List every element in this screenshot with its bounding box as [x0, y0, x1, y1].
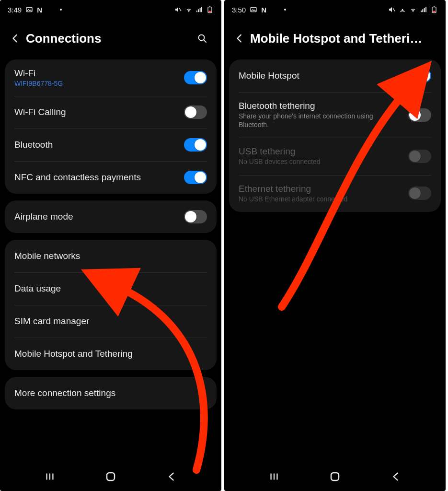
status-icons-right [174, 6, 214, 13]
svg-line-8 [204, 40, 206, 42]
wifi-row[interactable]: Wi-Fi WIFI9B6778-5G [5, 59, 217, 96]
status-bar: 3:50 N [224, 0, 446, 17]
signal-icon [420, 6, 427, 13]
mobile-hotspot-toggle[interactable] [408, 69, 431, 82]
wifi-network: WIFI9B6778-5G [14, 80, 63, 87]
bt-tethering-toggle[interactable] [408, 108, 431, 122]
airplane-toggle[interactable] [184, 210, 207, 223]
status-time: 3:49 [8, 6, 22, 14]
mobile-networks-label: Mobile networks [14, 251, 80, 261]
airplane-row[interactable]: Airplane mode [5, 200, 217, 233]
tethering-group: Mobile Hotspot Bluetooth tethering Share… [229, 59, 441, 212]
usb-tethering-toggle [408, 150, 431, 163]
svg-rect-19 [434, 6, 435, 7]
check-icon [48, 6, 56, 13]
home-button[interactable] [101, 467, 120, 486]
svg-rect-5 [209, 6, 211, 7]
phone-left: 3:49 N Connections Wi-Fi WIFI9B6778-5G [0, 0, 221, 491]
eth-tethering-row: Ethernet tethering No USB Ethernet adapt… [229, 175, 441, 212]
data-usage-label: Data usage [14, 283, 61, 294]
back-nav-button[interactable] [162, 467, 181, 486]
connections-group-3: Mobile networks Data usage SIM card mana… [5, 240, 217, 370]
wifi-icon [185, 6, 193, 13]
nfc-label: NFC and contactless payments [14, 172, 141, 183]
home-icon [105, 471, 116, 482]
chevron-left-icon [10, 33, 21, 44]
wifi-toggle[interactable] [184, 71, 207, 84]
more-settings-row[interactable]: More connection settings [5, 377, 217, 409]
svg-point-17 [402, 9, 403, 11]
back-button[interactable] [5, 28, 26, 49]
back-button[interactable] [229, 28, 250, 49]
nfc-row[interactable]: NFC and contactless payments [5, 161, 217, 194]
nav-bar [224, 465, 446, 491]
recents-icon [45, 471, 55, 482]
hotspot-tethering-label: Mobile Hotspot and Tethering [14, 349, 133, 359]
image-icon [25, 6, 33, 13]
airplane-label: Airplane mode [14, 211, 73, 222]
eth-tethering-label: Ethernet tethering [239, 184, 347, 194]
connections-group-1: Wi-Fi WIFI9B6778-5G Wi-Fi Calling Blueto… [5, 59, 217, 194]
eth-tethering-sub: No USB Ethernet adapter connected [239, 195, 347, 204]
more-dot-icon [60, 9, 62, 11]
svg-rect-12 [107, 473, 115, 480]
wifi-icon [409, 6, 417, 13]
wifi-calling-label: Wi-Fi Calling [14, 107, 66, 117]
eth-tethering-toggle [408, 187, 431, 200]
bluetooth-toggle[interactable] [184, 138, 207, 152]
nav-bar [0, 465, 221, 491]
connections-group-2: Airplane mode [5, 200, 217, 233]
hotspot-tethering-row[interactable]: Mobile Hotspot and Tethering [5, 338, 217, 370]
svg-rect-6 [208, 11, 211, 12]
svg-rect-20 [433, 11, 435, 12]
search-icon [196, 33, 208, 44]
sim-manager-label: SIM card manager [14, 316, 89, 327]
mute-icon [174, 6, 182, 13]
usb-tethering-label: USB tethering [239, 146, 320, 157]
wifi-calling-toggle[interactable] [184, 105, 207, 119]
chevron-left-icon [234, 33, 245, 44]
recents-icon [269, 471, 279, 482]
bt-tethering-row[interactable]: Bluetooth tethering Share your phone's i… [229, 92, 441, 138]
status-icons-right [388, 6, 438, 13]
nav-back-icon [391, 471, 401, 482]
netflix-icon: N [261, 6, 269, 13]
status-bar: 3:49 N [0, 0, 221, 17]
connections-group-4: More connection settings [5, 377, 217, 409]
mobile-hotspot-row[interactable]: Mobile Hotspot [229, 59, 441, 92]
back-nav-button[interactable] [386, 467, 405, 486]
svg-rect-24 [331, 473, 339, 480]
recents-button[interactable] [264, 467, 284, 486]
wifi-calling-row[interactable]: Wi-Fi Calling [5, 96, 217, 129]
hotspot-icon [399, 6, 406, 13]
more-dot-icon [284, 9, 286, 11]
usb-tethering-sub: No USB devices connected [239, 158, 320, 166]
page-title: Mobile Hotspot and Tetheri… [250, 31, 437, 46]
mobile-hotspot-label: Mobile Hotspot [239, 70, 299, 81]
usb-tethering-row: USB tethering No USB devices connected [229, 138, 441, 175]
check-icon [273, 6, 280, 13]
bluetooth-row[interactable]: Bluetooth [5, 129, 217, 161]
nav-back-icon [166, 471, 177, 482]
mute-icon [388, 6, 396, 13]
page-header: Connections [0, 17, 221, 59]
home-icon [329, 471, 341, 482]
page-header: Mobile Hotspot and Tetheri… [224, 17, 446, 59]
svg-line-3 [179, 8, 181, 12]
recents-button[interactable] [40, 467, 59, 486]
bt-tethering-label: Bluetooth tethering [239, 101, 402, 111]
page-title: Connections [26, 31, 192, 46]
wifi-label: Wi-Fi [14, 68, 63, 79]
bt-tethering-sub: Share your phone's internet connection u… [239, 112, 402, 129]
sim-manager-row[interactable]: SIM card manager [5, 305, 217, 338]
status-time: 3:50 [232, 6, 246, 14]
home-button[interactable] [325, 467, 345, 486]
more-settings-label: More connection settings [14, 388, 115, 398]
mobile-networks-row[interactable]: Mobile networks [5, 240, 217, 272]
image-icon [250, 6, 257, 13]
search-button[interactable] [192, 28, 213, 49]
data-usage-row[interactable]: Data usage [5, 272, 217, 305]
svg-line-16 [393, 8, 395, 12]
battery-icon [206, 6, 214, 13]
nfc-toggle[interactable] [184, 171, 207, 184]
